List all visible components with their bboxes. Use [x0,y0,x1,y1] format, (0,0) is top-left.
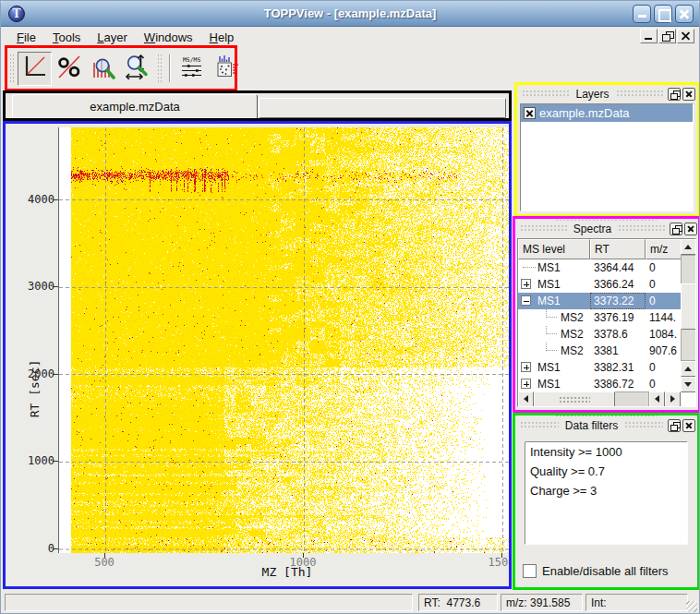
msms-precursors-button[interactable]: MS/MS [175,52,209,86]
x-tick-mark [501,553,502,558]
rt-cell: 3376.19 [590,309,646,326]
projections-button[interactable] [209,52,243,86]
menu-item-tools[interactable]: Tools [44,29,89,46]
expand-icon[interactable] [521,362,531,372]
spectra-panel-title: Spectra [570,223,615,235]
rt-cell: 3364.44 [590,259,646,276]
msms-icon: MS/MS [179,54,204,82]
layers-close-button[interactable] [682,88,695,101]
enable-all-filters-checkbox[interactable]: Enable/disable all filters [523,564,669,578]
dock-grip-texture [520,421,559,429]
scroll-right-button[interactable] [665,391,681,407]
filter-item[interactable]: Charge >= 3 [525,481,687,500]
expand-icon[interactable] [521,279,531,289]
grip-dots-icon [559,396,590,403]
y-tick-mark [53,286,58,287]
collapse-icon[interactable] [521,295,531,306]
dock-grip-texture [616,90,663,98]
column-header-m-z[interactable]: m/z [646,239,683,259]
app-icon: T [8,6,25,22]
filter-item[interactable]: Quality >= 0.7 [525,462,687,481]
spectra-panel-titlebar[interactable]: Spectra [517,221,697,236]
status-rt-field: RT: 4773.6 [418,594,498,611]
rt-cell: 3386.72 [590,376,646,392]
mdi-minimize-button[interactable] [640,29,658,43]
scroll-left-button2[interactable] [649,391,665,407]
spectrum-row[interactable]: MS23376.191144. [518,309,682,326]
arrow-up-icon [684,363,692,371]
scroll-up-button[interactable] [681,239,696,255]
linear-intensity-mode-button[interactable] [18,52,52,86]
filters-close-button[interactable] [682,419,695,432]
dock-grip-texture [618,224,665,233]
rt-value: 4773.6 [446,596,480,609]
ms-level-cell: MS1 [537,376,561,392]
spectrum-row[interactable]: MS23378.61084. [518,326,682,343]
spectrum-row[interactable]: MS13364.440 [518,259,682,276]
column-header-ms-level[interactable]: MS level [518,239,590,259]
zoom-mode-button[interactable] [86,52,120,86]
mdi-restore-button[interactable] [658,29,676,43]
layer-visibility-checkbox[interactable] [524,107,536,119]
x-tick-label: 500 [81,556,127,569]
scroll-left-button[interactable] [518,391,534,407]
filters-float-button[interactable] [668,419,681,432]
spectrum-row[interactable]: MS23381907.6 [518,343,682,359]
expand-icon[interactable] [521,379,531,389]
tree-branch [546,317,557,318]
spectra-float-button[interactable] [670,223,682,235]
svg-text:MS/MS: MS/MS [183,56,200,64]
y-tick-label: 4000 [18,193,54,206]
spectrum-row[interactable]: MS13382.310 [518,359,682,376]
tree-branch [546,350,557,351]
ms-level-cell: MS2 [561,326,584,343]
axes-line-icon [22,54,47,82]
window-maximize-button[interactable] [654,5,672,23]
filter-item[interactable]: Intensity >= 1000 [525,442,687,462]
mz-cell: 0 [646,293,682,309]
tab-example-mzdata[interactable]: example.mzData [12,94,258,119]
peak-map-canvas[interactable] [58,127,510,553]
rt-label: RT: [424,596,441,609]
peak-map-view[interactable]: RT [sec] MZ [Th] 40003000200010000500100… [6,125,510,586]
filters-panel-titlebar[interactable]: Data filters [517,417,695,433]
column-header-rt[interactable]: RT [590,239,646,259]
spectra-close-button[interactable] [684,223,697,235]
dock-grip-texture [624,421,663,429]
scroll-down-button[interactable] [681,377,696,392]
layers-panel-titlebar[interactable]: Layers [519,86,695,102]
toolbar-grip[interactable] [9,54,15,83]
peak-map-icon [213,54,238,82]
menu-item-help[interactable]: Help [201,29,243,46]
layers-panel-title: Layers [572,88,612,101]
status-intensity-field: Int: [585,594,688,611]
tree-branch [546,333,557,334]
toolbar: MS/MS [6,49,243,88]
resize-grip[interactable] [686,601,697,612]
checkbox-icon [523,564,537,578]
spectrum-row[interactable]: MS13366.240 [518,276,682,293]
layers-float-button[interactable] [668,88,681,101]
translate-mode-button[interactable] [120,52,154,86]
filter-list[interactable]: Intensity >= 1000Quality >= 0.7Charge >=… [525,441,688,545]
menu-item-file[interactable]: File [8,29,44,46]
menu-item-windows[interactable]: Windows [136,29,201,46]
percentage-intensity-mode-button[interactable] [52,52,86,86]
toolbar-grip[interactable] [157,54,163,83]
hscroll-thumb[interactable] [534,391,615,407]
dock-splitter-grip[interactable] [555,216,657,221]
menu-item-layer[interactable]: Layer [89,29,136,46]
status-mz-field: m/z: 391.585 [501,594,583,611]
scroll-up-button2[interactable] [681,361,696,377]
spectrum-row[interactable]: MS13373.220 [518,293,682,309]
vscroll-thumb[interactable] [681,283,696,330]
spectrum-row[interactable]: MS13386.720 [518,376,682,392]
layer-item[interactable]: example.mzData [521,104,693,122]
window-close-button[interactable] [675,5,694,23]
mdi-close-button[interactable] [677,29,694,43]
toolbar-separator [169,54,171,82]
dock-splitter-grip[interactable] [555,412,657,416]
mz-cell: 1084. [646,326,682,343]
window-minimize-button[interactable] [633,5,651,23]
y-tick-label: 0 [18,542,54,555]
